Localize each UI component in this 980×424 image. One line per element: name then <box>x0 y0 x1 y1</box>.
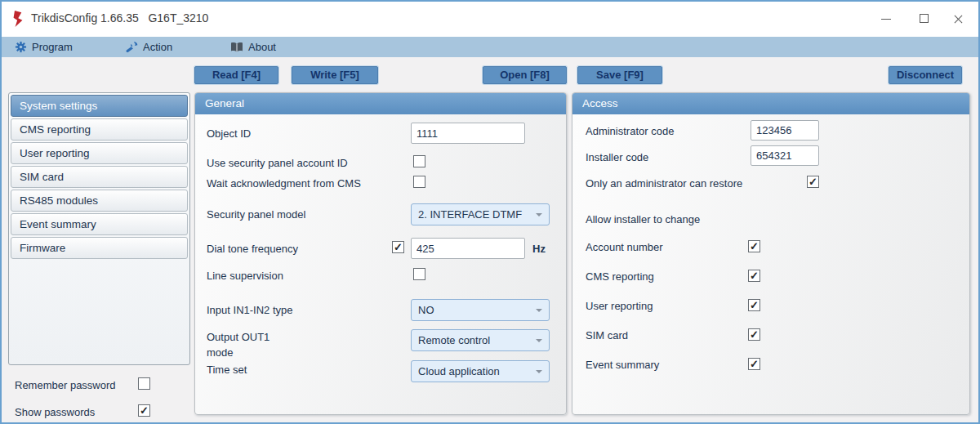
open-button[interactable]: Open [F8] <box>483 66 567 84</box>
menu-bar: Program Action About <box>2 37 978 57</box>
wrench-icon <box>126 41 138 53</box>
chevron-down-icon <box>536 213 542 216</box>
toolbar: Read [F4] Write [F5] Open [F8] Save [F9]… <box>2 57 978 93</box>
admin-code-label: Administrator code <box>586 125 674 137</box>
time-set-dropdown[interactable]: Cloud application <box>411 360 550 382</box>
allow-sim-card-checkbox[interactable]: ✓ <box>748 328 760 341</box>
dial-tone-input[interactable] <box>411 238 525 259</box>
write-button[interactable]: Write [F5] <box>292 66 378 84</box>
menu-about-label: About <box>248 41 276 53</box>
time-set-label: Time set <box>207 364 247 376</box>
dial-tone-checkbox[interactable]: ✓ <box>392 241 404 253</box>
allow-installer-change-label: Allow installer to change <box>586 213 700 225</box>
menu-action[interactable]: Action <box>126 37 172 57</box>
show-passwords-label: Show passwords <box>15 406 95 418</box>
dial-tone-label: Dial tone frequency <box>207 243 298 255</box>
line-supervision-checkbox[interactable] <box>413 268 425 280</box>
sidebar-item-sim-card[interactable]: SIM card <box>11 166 188 188</box>
panel-model-label: Security panel model <box>207 208 305 221</box>
dial-tone-unit: Hz <box>532 243 546 255</box>
time-set-value: Cloud application <box>418 365 500 377</box>
maximize-button[interactable] <box>906 2 941 37</box>
input-type-dropdown[interactable]: NO <box>411 299 550 321</box>
line-supervision-label: Line supervision <box>207 270 283 282</box>
minimize-button[interactable] <box>869 2 903 37</box>
input-type-label: Input IN1-IN2 type <box>207 304 293 316</box>
close-button[interactable] <box>941 2 975 37</box>
object-id-input[interactable] <box>411 123 525 144</box>
window-title: TrikdisConfig 1.66.35 G16T_3210 <box>31 11 208 25</box>
menu-about[interactable]: About <box>230 37 276 57</box>
general-panel: General Object ID Use security panel acc… <box>194 92 567 415</box>
sidebar-item-event-summary[interactable]: Event summary <box>11 213 188 235</box>
menu-program[interactable]: Program <box>15 37 73 57</box>
allow-user-reporting-label: User reporting <box>586 300 653 312</box>
only-admin-restore-label: Only an administrator can restore <box>586 177 742 190</box>
menu-action-label: Action <box>143 41 172 53</box>
sidebar-item-cms-reporting[interactable]: CMS reporting <box>11 118 188 141</box>
remember-password-label: Remember password <box>15 379 116 391</box>
book-icon <box>230 42 243 53</box>
output-mode-label: Output OUT1 mode <box>207 330 288 361</box>
allow-event-summary-checkbox[interactable]: ✓ <box>748 358 760 370</box>
admin-code-input[interactable] <box>751 120 819 141</box>
disconnect-button[interactable]: Disconnect <box>889 66 962 84</box>
app-window: TrikdisConfig 1.66.35 G16T_3210 Program … <box>0 0 980 424</box>
show-passwords-checkbox[interactable]: ✓ <box>138 404 150 417</box>
use-account-id-label: Use security panel account ID <box>207 157 348 169</box>
allow-user-reporting-checkbox[interactable]: ✓ <box>748 299 760 311</box>
minimize-icon <box>881 19 891 20</box>
chevron-down-icon <box>536 370 542 373</box>
allow-event-summary-label: Event summary <box>586 359 659 371</box>
access-panel: Access Administrator code Installer code… <box>572 92 970 415</box>
allow-account-number-checkbox[interactable]: ✓ <box>748 240 760 252</box>
installer-code-input[interactable] <box>751 145 819 166</box>
wait-ack-label: Wait acknowledgment from CMS <box>207 177 361 190</box>
output-mode-value: Remote control <box>418 334 490 346</box>
input-type-value: NO <box>418 304 434 316</box>
remember-password-checkbox[interactable] <box>138 377 150 390</box>
panel-model-dropdown[interactable]: 2. INTERFACE DTMF <box>411 203 550 225</box>
sidebar-item-firmware[interactable]: Firmware <box>11 237 188 259</box>
menu-program-label: Program <box>32 41 73 53</box>
sidebar-item-user-reporting[interactable]: User reporting <box>11 142 188 164</box>
general-panel-header: General <box>195 93 566 114</box>
read-button[interactable]: Read [F4] <box>194 66 278 84</box>
maximize-icon <box>920 14 929 23</box>
installer-code-label: Installer code <box>586 151 648 163</box>
output-mode-dropdown[interactable]: Remote control <box>411 329 550 351</box>
sidebar: System settings CMS reporting User repor… <box>8 92 190 365</box>
only-admin-restore-checkbox[interactable]: ✓ <box>807 176 819 188</box>
chevron-down-icon <box>536 339 542 342</box>
save-button[interactable]: Save [F9] <box>577 66 662 84</box>
panel-model-value: 2. INTERFACE DTMF <box>418 208 522 221</box>
allow-sim-card-label: SIM card <box>586 329 628 341</box>
wait-ack-checkbox[interactable] <box>413 176 425 188</box>
app-logo-icon <box>11 11 24 27</box>
object-id-label: Object ID <box>207 127 251 140</box>
allow-cms-reporting-label: CMS reporting <box>586 270 654 283</box>
use-account-id-checkbox[interactable] <box>413 155 425 167</box>
gear-icon <box>15 41 27 53</box>
sidebar-item-rs485-modules[interactable]: RS485 modules <box>11 190 188 212</box>
title-bar: TrikdisConfig 1.66.35 G16T_3210 <box>2 2 978 37</box>
access-panel-header: Access <box>572 93 969 114</box>
allow-cms-reporting-checkbox[interactable]: ✓ <box>748 270 760 282</box>
sidebar-item-system-settings[interactable]: System settings <box>11 95 188 117</box>
chevron-down-icon <box>536 309 542 312</box>
allow-account-number-label: Account number <box>586 241 663 253</box>
